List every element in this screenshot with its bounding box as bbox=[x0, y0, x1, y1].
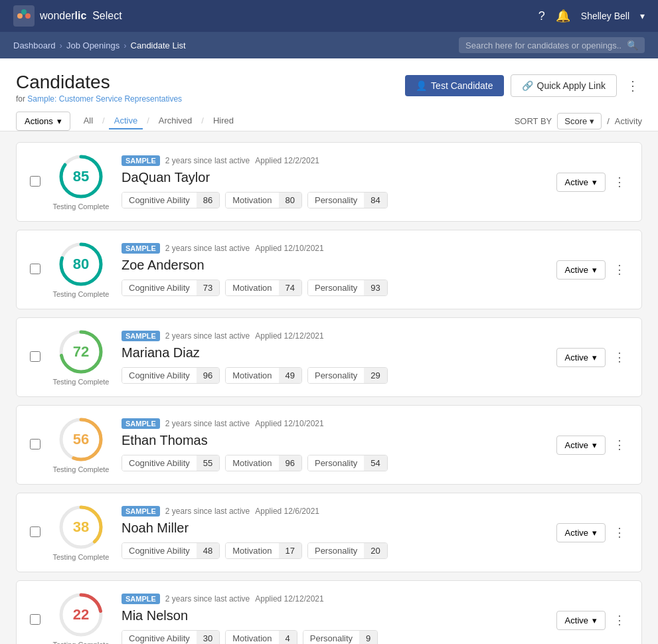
candidate-name[interactable]: Mia Nelson bbox=[122, 608, 546, 623]
svg-point-3 bbox=[21, 9, 27, 15]
candidate-card: 22 Testing Complete SAMPLE 2 years since… bbox=[16, 580, 642, 644]
top-nav: wonderlic Select ? 🔔 Shelley Bell ▾ bbox=[0, 0, 658, 32]
tab-archived[interactable]: Archived bbox=[153, 113, 198, 129]
page-subtitle: for Sample: Customer Service Representat… bbox=[16, 94, 182, 104]
motivation-value: 17 bbox=[279, 543, 301, 558]
personality-label: Personality bbox=[308, 280, 364, 295]
checkbox-1[interactable] bbox=[30, 176, 41, 187]
tab-all[interactable]: All bbox=[78, 113, 98, 129]
checkbox-2[interactable] bbox=[30, 264, 41, 274]
candidate-card: 56 Testing Complete SAMPLE 2 years since… bbox=[16, 405, 642, 485]
score-number: 56 bbox=[73, 431, 89, 448]
motivation-label: Motivation bbox=[226, 455, 278, 471]
score-label: Testing Complete bbox=[53, 641, 110, 644]
checkbox-3[interactable] bbox=[30, 351, 41, 362]
card-menu-button[interactable]: ⋮ bbox=[611, 435, 628, 455]
user-menu[interactable]: Shelley Bell bbox=[581, 11, 629, 21]
notification-icon[interactable]: 🔔 bbox=[556, 9, 570, 23]
page-title-area: Candidates for Sample: Customer Service … bbox=[16, 72, 182, 104]
cognitive-ability-value: 48 bbox=[197, 543, 219, 558]
personality-value: 29 bbox=[364, 368, 386, 383]
card-main: SAMPLE 2 years since last active Applied… bbox=[122, 418, 546, 471]
card-right: Active ▾ ⋮ bbox=[556, 435, 628, 455]
tab-hired[interactable]: Hired bbox=[208, 113, 239, 129]
company-link[interactable]: Sample: Customer Service Representatives bbox=[27, 94, 182, 104]
card-main: SAMPLE 2 years since last active Applied… bbox=[122, 155, 546, 208]
status-button[interactable]: Active ▾ bbox=[556, 173, 606, 192]
status-chevron-icon: ▾ bbox=[592, 528, 597, 538]
personality-value: 20 bbox=[364, 543, 386, 558]
actions-button[interactable]: Actions ▾ bbox=[16, 112, 70, 131]
sample-badge: SAMPLE bbox=[122, 594, 160, 604]
score-circle-wrap: 72 Testing Complete bbox=[51, 329, 111, 386]
score-number: 38 bbox=[73, 519, 89, 536]
candidate-name[interactable]: Noah Miller bbox=[122, 521, 546, 536]
score-circle-wrap: 38 Testing Complete bbox=[51, 504, 111, 561]
personality-tag: Personality 29 bbox=[307, 367, 388, 384]
card-right: Active ▾ ⋮ bbox=[556, 610, 628, 630]
candidate-name[interactable]: Mariana Diaz bbox=[122, 345, 546, 361]
user-chevron-icon[interactable]: ▾ bbox=[640, 11, 645, 21]
card-menu-button[interactable]: ⋮ bbox=[611, 610, 628, 630]
candidate-name[interactable]: Zoe Anderson bbox=[122, 258, 546, 273]
candidate-card: 38 Testing Complete SAMPLE 2 years since… bbox=[16, 493, 642, 572]
card-checkbox-2 bbox=[30, 264, 41, 276]
checkbox-6[interactable] bbox=[30, 614, 41, 625]
personality-value: 54 bbox=[364, 455, 386, 471]
status-button[interactable]: Active ▾ bbox=[556, 436, 606, 455]
personality-tag: Personality 84 bbox=[307, 192, 388, 208]
score-label: Testing Complete bbox=[53, 378, 110, 386]
test-candidate-button[interactable]: 👤 Test Candidate bbox=[405, 75, 503, 96]
checkbox-5[interactable] bbox=[30, 526, 41, 537]
status-chevron-icon: ▾ bbox=[592, 615, 597, 625]
help-icon[interactable]: ? bbox=[538, 9, 545, 23]
score-circle-wrap: 56 Testing Complete bbox=[51, 416, 111, 473]
card-right: Active ▾ ⋮ bbox=[556, 523, 628, 542]
motivation-label: Motivation bbox=[226, 193, 278, 208]
score-circle: 56 bbox=[58, 416, 104, 463]
breadcrumb-job-openings[interactable]: Job Openings bbox=[66, 40, 120, 50]
last-active-text: 2 years since last active bbox=[165, 419, 250, 428]
status-button[interactable]: Active ▾ bbox=[556, 611, 606, 630]
motivation-value: 80 bbox=[279, 193, 301, 208]
search-input[interactable] bbox=[465, 40, 621, 50]
candidate-name[interactable]: Ethan Thomas bbox=[122, 433, 546, 448]
candidate-name[interactable]: DaQuan Taylor bbox=[122, 170, 546, 185]
sample-badge: SAMPLE bbox=[122, 331, 160, 341]
breadcrumb-dashboard[interactable]: Dashboard bbox=[13, 40, 56, 50]
score-tags: Cognitive Ability 96 Motivation 49 Perso… bbox=[122, 367, 546, 384]
card-main: SAMPLE 2 years since last active Applied… bbox=[122, 506, 546, 559]
personality-label: Personality bbox=[308, 543, 364, 558]
card-menu-button[interactable]: ⋮ bbox=[611, 260, 628, 280]
card-menu-button[interactable]: ⋮ bbox=[611, 172, 628, 192]
search-bar: 🔍 bbox=[459, 37, 645, 53]
card-menu-button[interactable]: ⋮ bbox=[611, 523, 628, 542]
card-main: SAMPLE 2 years since last active Applied… bbox=[122, 331, 546, 384]
score-circle: 38 bbox=[58, 504, 104, 550]
quick-apply-button[interactable]: 🔗 Quick Apply Link bbox=[511, 74, 617, 97]
status-text: Active bbox=[565, 528, 588, 538]
more-options-button[interactable]: ⋮ bbox=[623, 75, 642, 96]
status-button[interactable]: Active ▾ bbox=[556, 523, 606, 542]
status-button[interactable]: Active ▾ bbox=[556, 260, 606, 280]
motivation-label: Motivation bbox=[226, 368, 278, 383]
breadcrumb-bar: Dashboard › Job Openings › Candidate Lis… bbox=[0, 32, 658, 58]
card-menu-button[interactable]: ⋮ bbox=[611, 347, 628, 367]
tab-active[interactable]: Active bbox=[109, 113, 143, 129]
status-chevron-icon: ▾ bbox=[592, 177, 597, 187]
motivation-tag: Motivation 74 bbox=[225, 280, 302, 296]
card-meta: SAMPLE 2 years since last active Applied… bbox=[122, 594, 546, 604]
checkbox-4[interactable] bbox=[30, 439, 41, 449]
score-number: 85 bbox=[73, 168, 89, 185]
sort-score-button[interactable]: Score ▾ bbox=[557, 113, 602, 129]
sort-area: SORT BY Score ▾ / Activity bbox=[515, 113, 642, 129]
sort-label: SORT BY bbox=[515, 116, 552, 126]
card-checkbox-5 bbox=[30, 526, 41, 539]
svg-point-2 bbox=[25, 13, 31, 19]
cognitive-ability-label: Cognitive Ability bbox=[122, 631, 197, 644]
sort-activity[interactable]: Activity bbox=[615, 116, 642, 126]
card-main: SAMPLE 2 years since last active Applied… bbox=[122, 594, 546, 644]
candidate-card: 72 Testing Complete SAMPLE 2 years since… bbox=[16, 317, 642, 397]
breadcrumb: Dashboard › Job Openings › Candidate Lis… bbox=[13, 40, 186, 50]
status-button[interactable]: Active ▾ bbox=[556, 348, 606, 367]
